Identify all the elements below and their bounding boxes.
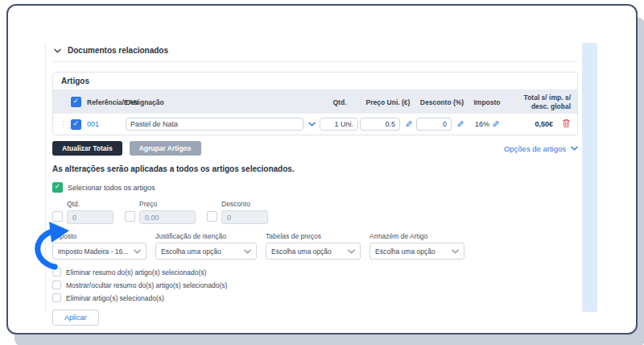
edit-discount-pencil-icon[interactable]: ✎ xyxy=(456,120,464,129)
toggle-summary-label: Mostrar/ocultar resumo do(s) artigo(s) s… xyxy=(66,281,227,289)
bulk-price-checkbox[interactable] xyxy=(125,211,135,222)
bulk-price-group: Preço xyxy=(125,200,196,224)
select-all-articles-checkbox[interactable] xyxy=(52,182,63,193)
column-header-designation: Designação xyxy=(126,98,303,106)
column-header-total: Total s/ imp. s/ desc. global xyxy=(506,94,571,110)
delete-summary-label: Eliminar resumo do(s) artigo(s) selecion… xyxy=(66,268,206,276)
bulk-options-checkboxes: Eliminar resumo do(s) artigo(s) selecion… xyxy=(52,268,578,302)
column-header-unit-price: Preço Uni. (€) xyxy=(360,98,416,106)
group-articles-button[interactable]: Agrupar Artigos xyxy=(130,141,201,156)
bulk-qty-group: Qtd. xyxy=(52,200,114,224)
related-documents-label: Documentos relacionados xyxy=(68,46,168,55)
edit-tax-pencil-icon[interactable]: ✎ xyxy=(492,120,499,129)
articles-table-header: Referência/EAN Designação Qtd. Preço Uni… xyxy=(53,90,577,114)
chevron-down-icon xyxy=(134,249,141,254)
select-all-articles-row: Selecionar todos os artigos xyxy=(52,182,578,193)
warehouse-select[interactable]: Escolha uma opção xyxy=(369,243,464,260)
delete-row-trash-icon[interactable] xyxy=(562,122,571,130)
tax-select[interactable]: Imposto Madeira - 16... xyxy=(52,243,147,260)
column-header-ref: Referência/EAN xyxy=(87,98,126,106)
exemption-select[interactable]: Escolha uma opção xyxy=(155,243,257,260)
bulk-price-label: Preço xyxy=(139,200,196,208)
apply-button[interactable]: Aplicar xyxy=(52,310,99,326)
delete-articles-checkbox[interactable] xyxy=(52,293,61,302)
chevron-down-icon xyxy=(54,48,61,53)
row-expand-chevron-icon[interactable] xyxy=(303,120,320,128)
toggle-summary-checkbox[interactable] xyxy=(52,281,61,289)
price-table-select[interactable]: Escolha uma opção xyxy=(266,243,361,260)
bulk-info-text: As alterações serão aplicadas a todos os… xyxy=(52,164,578,173)
unit-price-input[interactable] xyxy=(360,118,400,131)
article-ref-link[interactable]: 001 xyxy=(87,120,99,128)
delete-articles-label: Eliminar artigo(s) selecionado(s) xyxy=(66,294,164,302)
bulk-qty-label: Qtd. xyxy=(67,200,114,208)
qty-input[interactable] xyxy=(320,118,358,131)
column-header-qty: Qtd. xyxy=(320,98,360,106)
discount-input[interactable] xyxy=(416,118,452,131)
designation-input[interactable] xyxy=(126,118,303,131)
articles-panel: Artigos Referência/EAN Designação Qtd. P… xyxy=(52,72,578,135)
bulk-discount-group: Desconto xyxy=(207,200,268,224)
bulk-fields-row: Qtd. Preço Desconto xyxy=(52,200,578,224)
bulk-discount-input[interactable] xyxy=(221,210,268,224)
articles-panel-title: Artigos xyxy=(53,73,577,90)
warehouse-select-label: Armazém de Artigo xyxy=(369,232,464,240)
chevron-down-icon xyxy=(348,249,355,254)
column-header-tax: Imposto xyxy=(468,98,506,106)
chevron-down-icon xyxy=(571,146,578,151)
article-options-link[interactable]: Opções de artigos xyxy=(504,144,578,153)
bulk-qty-checkbox[interactable] xyxy=(52,211,63,222)
delete-summary-checkbox[interactable] xyxy=(52,268,61,276)
related-documents-toggle[interactable]: Documentos relacionados xyxy=(52,43,578,62)
bulk-price-input[interactable] xyxy=(139,210,196,224)
row-total-value: 0,50€ xyxy=(506,120,553,128)
chevron-down-icon xyxy=(452,249,459,254)
page-background: Documentos relacionados Artigos Referênc… xyxy=(0,0,644,345)
update-totals-button[interactable]: Atualizar Totais xyxy=(52,141,122,156)
select-all-rows-checkbox[interactable] xyxy=(71,97,81,107)
chevron-down-icon xyxy=(244,249,251,254)
bulk-qty-input[interactable] xyxy=(67,210,114,224)
column-header-discount: Desconto (%) xyxy=(416,98,468,106)
row-checkbox[interactable] xyxy=(71,119,81,130)
bulk-selects-row: Imposto Imposto Madeira - 16... Justific… xyxy=(52,232,578,260)
edit-price-pencil-icon[interactable]: ✎ xyxy=(405,120,412,129)
tax-value: 16% xyxy=(475,120,489,128)
actions-row: Atualizar Totais Agrupar Artigos Opções … xyxy=(52,141,578,156)
select-all-articles-label: Selecionar todos os artigos xyxy=(68,184,155,192)
left-divider xyxy=(45,43,46,312)
price-table-select-label: Tabelas de preços xyxy=(266,232,361,240)
exemption-select-label: Justificação de isenção xyxy=(155,232,257,240)
bulk-discount-checkbox[interactable] xyxy=(207,211,217,222)
table-row: ⋮⋮ 001 ✎ ✎ 16% ✎ 0,50€ xyxy=(53,114,577,135)
scrollbar-track[interactable] xyxy=(582,43,597,312)
main-content: Documentos relacionados Artigos Referênc… xyxy=(52,43,578,335)
bulk-discount-label: Desconto xyxy=(221,200,268,208)
tax-select-label: Imposto xyxy=(52,232,147,240)
app-window: Documentos relacionados Artigos Referênc… xyxy=(6,4,638,335)
